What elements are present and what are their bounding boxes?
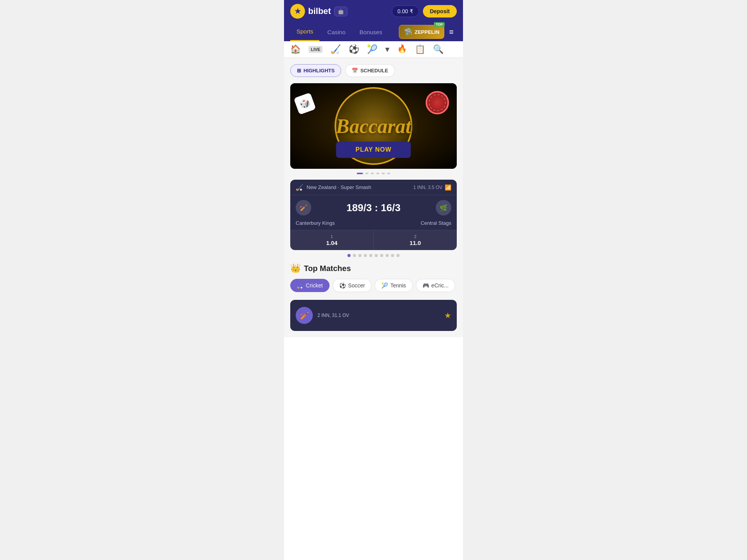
team-names: Canterbury Kings Central Stags xyxy=(290,220,457,230)
match-score: 189/3 : 16/3 xyxy=(316,202,431,214)
banner-dot-1[interactable] xyxy=(357,173,363,174)
match-card: 🏑 New Zealand · Super Smash 1 INN, 3.5 O… xyxy=(290,180,457,250)
header-right: 0.00 ₹ Deposit xyxy=(392,5,457,18)
tennis-icon[interactable]: 🎾 xyxy=(367,44,377,54)
cricket-filter-icon: 🏑 xyxy=(297,282,303,289)
menu-icon[interactable]: ≡ xyxy=(446,28,457,37)
nav-item-bonuses[interactable]: Bonuses xyxy=(353,23,388,41)
fire-icon[interactable]: 🔥 xyxy=(397,45,407,54)
bottom-match-logo: 🏏 xyxy=(296,307,313,324)
match-info-right: 1 INN, 3.5 OV 📶 xyxy=(413,184,451,191)
dropdown-icon[interactable]: ▾ xyxy=(385,44,389,54)
match-odds: 1 1.04 2 11.0 xyxy=(290,230,457,250)
highlights-tab[interactable]: ⊞ HIGHLIGHTS xyxy=(290,64,341,77)
filter-tennis[interactable]: 🎾 Tennis xyxy=(375,279,412,292)
deposit-button[interactable]: Deposit xyxy=(423,5,457,18)
banner-dot-3[interactable] xyxy=(371,173,374,174)
match-dot-8[interactable] xyxy=(386,254,389,257)
schedule-icon: 📅 xyxy=(352,68,358,74)
team2-name: Central Stags xyxy=(421,220,451,226)
banner-dot-2[interactable] xyxy=(365,173,368,174)
filter-ecricket[interactable]: 🎮 eCric... xyxy=(416,279,455,292)
live-signal-icon: 📶 xyxy=(445,184,451,191)
banner-title: Baccarat xyxy=(336,115,411,138)
bottom-match-preview: 🏏 2 INN, 31.1 OV ★ xyxy=(290,300,457,331)
logo-area: ★ bilbet 🤖 xyxy=(290,4,347,19)
match-league: New Zealand · Super Smash xyxy=(307,184,371,190)
star-icon: ★ xyxy=(444,311,451,320)
notes-icon[interactable]: 📋 xyxy=(415,44,425,54)
match-header: 🏑 New Zealand · Super Smash 1 INN, 3.5 O… xyxy=(290,180,457,195)
banner: 🎲 Baccarat PLAY NOW xyxy=(290,83,457,169)
balance-display: 0.00 ₹ xyxy=(392,5,419,17)
sports-toolbar: 🏠 LIVE 🏑 ⚽ 🎾 ▾ 🔥 📋 🔍 xyxy=(284,41,463,58)
team1-logo: 🏏 xyxy=(296,200,311,215)
match-body: 🏏 189/3 : 16/3 🌿 xyxy=(290,195,457,220)
match-dot-1[interactable] xyxy=(347,254,351,257)
match-dot-3[interactable] xyxy=(358,254,361,257)
logo-icon: ★ xyxy=(290,4,305,19)
nav-bar: Sports Casino Bonuses 🛸 ZEPPELIN TOP ≡ xyxy=(284,23,463,41)
esports-icon[interactable]: 🏑 xyxy=(330,44,341,54)
schedule-tab[interactable]: 📅 SCHEDULE xyxy=(345,64,395,77)
match-dot-10[interactable] xyxy=(396,254,400,257)
banner-dot-5[interactable] xyxy=(382,173,385,174)
match-dot-7[interactable] xyxy=(380,254,383,257)
filter-cricket[interactable]: 🏑 Cricket xyxy=(290,279,330,292)
banner-dot-4[interactable] xyxy=(376,173,379,174)
ecricket-filter-icon: 🎮 xyxy=(423,282,429,289)
banner-dot-6[interactable] xyxy=(387,173,390,174)
banner-dots xyxy=(290,173,457,174)
chip-decoration xyxy=(426,91,449,114)
odd-2-button[interactable]: 2 11.0 xyxy=(374,230,457,250)
tabs-row: ⊞ HIGHLIGHTS 📅 SCHEDULE xyxy=(290,64,457,77)
nav-item-sports[interactable]: Sports xyxy=(290,23,319,41)
match-dots xyxy=(290,254,457,257)
section-title: 👑 Top Matches xyxy=(290,263,457,273)
main-content: ⊞ HIGHLIGHTS 📅 SCHEDULE 🎲 Baccarat PLAY … xyxy=(284,58,463,337)
match-dot-9[interactable] xyxy=(391,254,394,257)
play-now-button[interactable]: PLAY NOW xyxy=(336,142,411,158)
team1-name: Canterbury Kings xyxy=(296,220,335,226)
search-icon[interactable]: 🔍 xyxy=(433,44,444,54)
live-button[interactable]: LIVE xyxy=(309,46,323,53)
odd-1-button[interactable]: 1 1.04 xyxy=(290,230,374,250)
home-icon[interactable]: 🏠 xyxy=(290,44,301,54)
highlights-icon: ⊞ xyxy=(297,68,301,74)
soccer-icon[interactable]: ⚽ xyxy=(349,44,359,54)
filter-soccer[interactable]: ⚽ Soccer xyxy=(333,279,372,292)
soccer-filter-icon: ⚽ xyxy=(339,282,346,289)
sport-filters: 🏑 Cricket ⚽ Soccer 🎾 Tennis 🎮 eCric... xyxy=(290,279,457,294)
team2-logo: 🌿 xyxy=(436,200,451,215)
zeppelin-button[interactable]: 🛸 ZEPPELIN TOP xyxy=(399,25,445,39)
match-dot-4[interactable] xyxy=(364,254,367,257)
tennis-filter-icon: 🎾 xyxy=(381,282,388,289)
top-badge: TOP xyxy=(434,22,445,27)
header: ★ bilbet 🤖 0.00 ₹ Deposit xyxy=(284,0,463,23)
nav-item-casino[interactable]: Casino xyxy=(321,23,352,41)
match-dot-6[interactable] xyxy=(375,254,378,257)
match-dot-5[interactable] xyxy=(369,254,372,257)
crown-icon: 👑 xyxy=(290,263,301,273)
match-dot-2[interactable] xyxy=(353,254,356,257)
bottom-match-info: 2 INN, 31.1 OV xyxy=(317,313,349,318)
logo-text: bilbet xyxy=(308,6,331,16)
android-badge[interactable]: 🤖 xyxy=(334,7,347,16)
